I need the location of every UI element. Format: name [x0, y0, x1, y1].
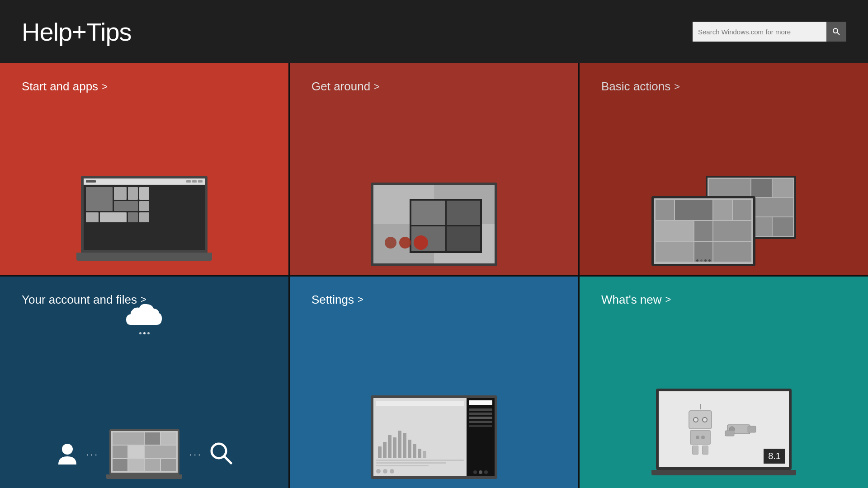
chevron-icon: >	[674, 81, 680, 93]
tile-get-around[interactable]: Get around >	[290, 63, 578, 275]
search-input[interactable]	[693, 28, 826, 36]
chevron-icon: >	[374, 81, 380, 93]
tile-start-and-apps[interactable]: Start and apps >	[0, 63, 288, 275]
tile-basic-actions[interactable]: Basic actions >	[580, 63, 868, 275]
laptop-illustration	[81, 176, 208, 266]
tile-settings[interactable]: Settings >	[290, 277, 578, 488]
robot-icon	[689, 404, 712, 455]
tile-image-get-around	[311, 103, 557, 275]
tile-image-start-and-apps	[22, 103, 267, 275]
tile-image-account-files: ···	[22, 316, 267, 488]
tile-title-whats-new: What's new >	[601, 293, 846, 307]
chevron-icon: >	[102, 81, 108, 93]
search-illustration-icon	[210, 442, 232, 466]
tile-title-start-and-apps: Start and apps >	[22, 80, 267, 94]
svg-rect-6	[748, 426, 756, 432]
chevron-icon: >	[358, 294, 363, 305]
svg-line-1	[837, 33, 840, 35]
search-icon	[833, 28, 840, 35]
dots-separator: ···	[86, 449, 99, 460]
laptop-base	[76, 253, 212, 261]
cloud-icon	[124, 302, 165, 329]
search-button[interactable]	[826, 22, 846, 42]
svg-point-0	[833, 28, 838, 33]
laptop-small-icon	[106, 429, 182, 479]
tile-title-settings: Settings >	[311, 293, 557, 307]
tile-image-basic-actions	[601, 103, 846, 275]
app-header: Help+Tips	[0, 0, 868, 63]
laptop-base	[651, 470, 796, 475]
person-icon	[56, 443, 79, 465]
svg-point-2	[62, 444, 73, 455]
tile-title-get-around: Get around >	[311, 80, 557, 94]
svg-rect-8	[725, 431, 734, 436]
app-title: Help+Tips	[22, 17, 132, 47]
version-badge: 8.1	[764, 449, 785, 464]
svg-line-4	[224, 456, 231, 463]
tiles-grid: Start and apps >	[0, 63, 868, 488]
chevron-icon: >	[665, 294, 671, 305]
tile-whats-new[interactable]: What's new >	[580, 277, 868, 488]
dots-separator-2: ···	[189, 449, 203, 460]
tile-image-settings	[311, 316, 557, 488]
robot-tool-icon	[723, 418, 759, 441]
tile-title-basic-actions: Basic actions >	[601, 80, 846, 94]
tile-your-account-and-files[interactable]: Your account and files >	[0, 277, 288, 488]
tile-image-whats-new: 8.1	[601, 316, 846, 488]
laptop-screen	[81, 176, 208, 253]
search-container	[693, 22, 846, 42]
